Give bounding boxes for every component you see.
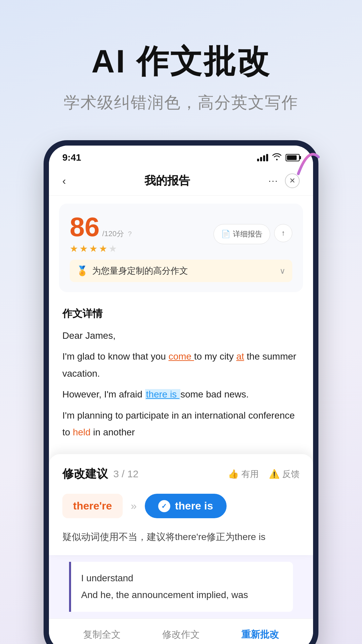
- thumbup-icon: 👍: [228, 469, 239, 479]
- score-number: 86: [70, 214, 100, 240]
- essay-line-3: However, I'm afraid there is some bad ne…: [62, 386, 300, 403]
- star-3: ★: [89, 243, 98, 254]
- correction-row: there're » ✓ there is: [62, 494, 300, 518]
- excerpt-line-1: I understand: [81, 570, 283, 587]
- sub-title: 学术级纠错润色，高分英文写作: [20, 92, 342, 113]
- main-title: AI 作文批改: [20, 40, 342, 84]
- medal-icon: 🏅: [76, 265, 88, 276]
- excerpt-line-2: And he, the announcement implied, was: [81, 587, 283, 603]
- score-left: 86 /120分 ? ★ ★ ★ ★ ★: [70, 214, 132, 254]
- correct-word: ✓ there is: [145, 494, 227, 518]
- status-time: 9:41: [62, 152, 81, 163]
- feedback-label: 反馈: [282, 468, 300, 480]
- error-come: come: [169, 351, 194, 362]
- status-icons: [257, 153, 300, 162]
- star-2: ★: [79, 243, 88, 254]
- report-icon: 📄: [221, 230, 230, 238]
- page-wrapper: AI 作文批改 学术级纠错润色，高分英文写作 9:41: [0, 0, 362, 644]
- deco-arc-icon: [295, 150, 322, 177]
- bottom-toolbar: 复制全文 修改作文 重新批改: [49, 619, 313, 644]
- excerpt-section: I understand And he, the announcement im…: [49, 555, 313, 619]
- highlight-there-is: there is: [145, 389, 181, 399]
- essay-line-1: Dear James,: [62, 327, 300, 344]
- phone-container: 9:41: [44, 140, 318, 644]
- suggestion-count: 3 / 12: [113, 468, 138, 480]
- suggestion-header: 修改建议 3 / 12 👍 有用: [62, 466, 300, 482]
- error-at: at: [236, 351, 244, 362]
- suggestion-explanation: 疑似动词使用不当，建议将there're修正为there is: [62, 529, 300, 545]
- status-bar: 9:41: [49, 146, 313, 166]
- phone-screen: 9:41: [49, 146, 313, 644]
- essay-label: 作文详情: [62, 307, 300, 321]
- score-help-icon[interactable]: ?: [128, 230, 132, 238]
- report-label: 详细报告: [233, 229, 262, 239]
- bottom-excerpt: I understand And he, the announcement im…: [69, 562, 293, 612]
- signal-bars-icon: [257, 154, 268, 161]
- highlight-bar[interactable]: 🏅 为您量身定制的高分作文 ∨: [70, 260, 292, 282]
- essay-text: Dear James, I'm glad to know that you co…: [62, 327, 300, 441]
- share-icon: ↑: [282, 229, 285, 237]
- score-actions: 📄 详细报告 ↑: [214, 224, 292, 244]
- warning-icon: ⚠️: [269, 469, 280, 479]
- suggestion-actions: 👍 有用 ⚠️ 反馈: [228, 468, 300, 480]
- error-held: held: [73, 427, 90, 437]
- arrow-icon: »: [131, 500, 137, 512]
- star-5: ★: [109, 243, 117, 254]
- star-1: ★: [70, 243, 78, 254]
- score-card: 86 /120分 ? ★ ★ ★ ★ ★: [59, 204, 303, 292]
- score-row: 86 /120分 ? ★ ★ ★ ★ ★: [70, 214, 292, 254]
- nav-title: 我的报告: [144, 173, 190, 189]
- highlight-text: 为您量身定制的高分作文: [92, 265, 188, 277]
- nav-bar: ‹ 我的报告 ··· ✕: [49, 166, 313, 196]
- revise-button[interactable]: 修改作文: [162, 628, 200, 641]
- correct-word-text: there is: [175, 500, 213, 512]
- star-4: ★: [99, 243, 107, 254]
- suggestion-title: 修改建议: [62, 466, 108, 482]
- feedback-button[interactable]: ⚠️ 反馈: [269, 468, 300, 480]
- header-section: AI 作文批改 学术级纠错润色，高分英文写作: [0, 0, 362, 133]
- chevron-down-icon: ∨: [280, 266, 286, 276]
- recheck-button[interactable]: 重新批改: [241, 628, 279, 641]
- check-circle-icon: ✓: [158, 500, 170, 512]
- report-button[interactable]: 📄 详细报告: [214, 224, 270, 244]
- useful-button[interactable]: 👍 有用: [228, 468, 259, 480]
- essay-line-2: I'm glad to know that you come to my cit…: [62, 348, 300, 382]
- wifi-icon: [272, 153, 282, 162]
- wrong-word: there're: [62, 494, 123, 518]
- more-button[interactable]: ···: [268, 175, 278, 186]
- copy-button[interactable]: 复制全文: [83, 628, 121, 641]
- score-max: /120分: [102, 229, 124, 239]
- useful-label: 有用: [241, 468, 259, 480]
- share-button[interactable]: ↑: [274, 224, 292, 242]
- suggestion-panel: 修改建议 3 / 12 👍 有用: [49, 454, 313, 555]
- phone-frame: 9:41: [44, 140, 318, 644]
- back-button[interactable]: ‹: [62, 175, 66, 187]
- essay-section: 作文详情 Dear James, I'm glad to know that y…: [49, 300, 313, 451]
- stars: ★ ★ ★ ★ ★: [70, 243, 132, 254]
- essay-line-4: I'm planning to participate in an intern…: [62, 407, 300, 441]
